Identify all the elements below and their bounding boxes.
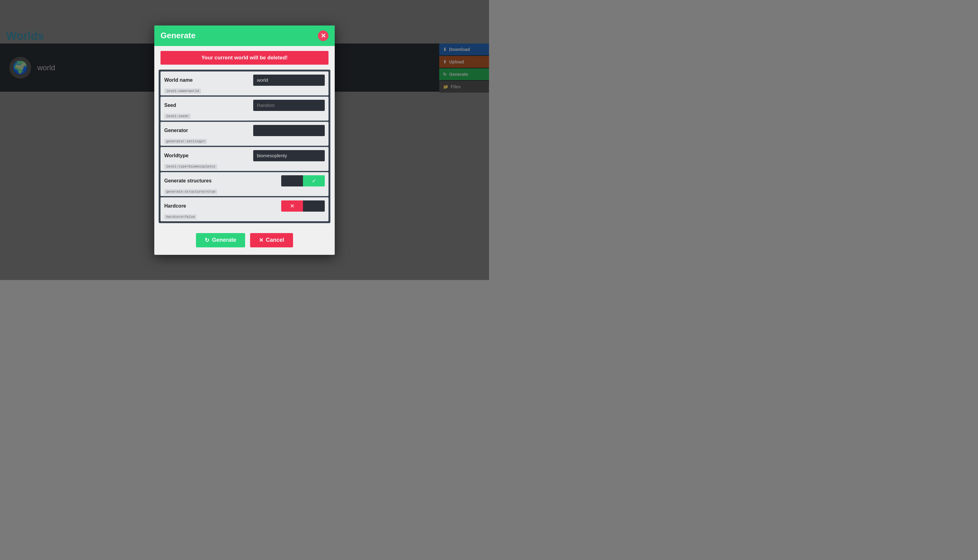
modal-footer: ↻ Generate ✕ Cancel (154, 228, 335, 255)
cancel-button[interactable]: ✕ Cancel (250, 233, 293, 247)
worldtype-label: Worldtype (164, 153, 189, 158)
toggle-off-red-button[interactable]: ✕ (281, 200, 303, 212)
generate-submit-button[interactable]: ↻ Generate (196, 233, 245, 247)
toggle-off-button[interactable] (281, 175, 303, 187)
seed-input[interactable] (253, 100, 325, 111)
world-name-input[interactable] (253, 75, 325, 86)
x-icon: ✕ (290, 203, 294, 210)
toggle-on-dark-button[interactable] (303, 200, 325, 212)
generate-structures-label: Generate structures (164, 178, 212, 184)
check-icon: ✓ (312, 177, 316, 184)
generate-refresh-icon: ↻ (205, 237, 209, 243)
modal-close-button[interactable]: ✕ (318, 30, 328, 41)
generator-label: Generator (164, 128, 188, 133)
toggle-on-button[interactable]: ✓ (303, 175, 325, 187)
warning-banner: Your current world will be deleted! (160, 51, 328, 65)
field-generate-structures: Generate structures ✓ generate-structure… (160, 172, 328, 196)
hardcore-toggle[interactable]: ✕ (281, 200, 325, 212)
generate-structures-hint: generate-structures=true (164, 189, 217, 194)
world-name-label: World name (164, 77, 192, 83)
worldtype-hint: level-type=biomesoplenty (164, 164, 217, 169)
generate-structures-toggle[interactable]: ✓ (281, 175, 325, 187)
worldtype-input[interactable] (253, 150, 325, 161)
hardcore-hint: hardcore=false (164, 215, 197, 219)
hardcore-label: Hardcore (164, 203, 186, 209)
field-hardcore: Hardcore ✕ hardcore=false (160, 197, 328, 221)
seed-hint: level-seed= (164, 114, 191, 119)
modal-title: Generate (160, 31, 196, 40)
field-seed: Seed level-seed= (160, 97, 328, 121)
field-world-name: World name level-name=world (160, 72, 328, 95)
generator-input[interactable] (253, 125, 325, 136)
field-generator: Generator generator-settings= (160, 122, 328, 146)
cancel-x-icon: ✕ (259, 237, 264, 243)
world-name-hint: level-name=world (164, 88, 201, 93)
field-worldtype: Worldtype level-type=biomesoplenty (160, 147, 328, 171)
generator-hint: generator-settings= (164, 139, 207, 144)
form-container: World name level-name=world Seed level-s… (159, 70, 330, 223)
modal-header: Generate ✕ (154, 25, 335, 46)
seed-label: Seed (164, 103, 176, 108)
generate-modal: Generate ✕ Your current world will be de… (154, 25, 335, 255)
